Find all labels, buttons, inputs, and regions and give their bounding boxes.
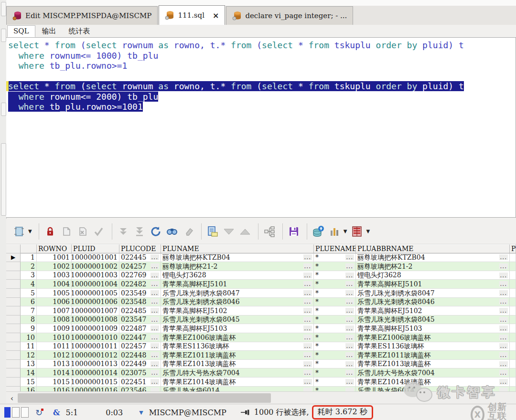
cell-pluename[interactable]: *... — [314, 342, 356, 351]
row-marker-cell[interactable] — [6, 262, 21, 271]
fetch-all-icon[interactable] — [132, 224, 147, 239]
cell-pluabbrname[interactable]: 乐雪儿珠光刺绣水袋8046... — [356, 298, 510, 307]
cell-pluename[interactable]: *... — [314, 298, 356, 307]
chart-dropdown-icon[interactable]: ▼ — [344, 229, 347, 234]
cell-ellipsis-button[interactable]: ... — [303, 361, 312, 367]
cell-rowno[interactable]: 1010 — [37, 333, 72, 342]
cell-pluabbrname[interactable]: 丽尊玻璃把杯21-2... — [356, 262, 510, 271]
cell-ellipsis-button[interactable]: ... — [303, 317, 312, 323]
cell-pluid[interactable]: 10000001015 — [72, 378, 119, 387]
cell-plucode[interactable]: 022447... — [119, 333, 161, 342]
cell-ellipsis-button[interactable]: ... — [499, 290, 508, 296]
cell-rowno[interactable]: 1012 — [37, 351, 72, 360]
eraser-icon[interactable] — [181, 224, 195, 239]
cell-ellipsis-button[interactable]: ... — [499, 326, 508, 331]
cell-ellipsis-button[interactable]: ... — [345, 335, 354, 340]
cell-ellipsis-button[interactable]: ... — [345, 370, 354, 376]
sql-editor[interactable]: select * from (select rownum as rowno, t… — [6, 37, 516, 218]
cell-ellipsis-button[interactable]: ... — [499, 370, 508, 376]
cell-pluabbrname[interactable]: 青苹果EZ1006玻璃盖杯... — [356, 333, 510, 342]
cell-pluename[interactable]: *... — [314, 262, 356, 271]
horizontal-scrollbar[interactable]: ‹ — [6, 391, 516, 404]
cell-rowno[interactable]: 1002 — [37, 262, 72, 271]
cell-pluid[interactable]: 10000001010 — [72, 333, 119, 342]
cell-plucode[interactable]: 022448... — [119, 351, 161, 360]
tab-edit-table[interactable]: Edit MISCMP.PMISPDA@MISCMP — [6, 6, 158, 25]
data-grid-dropdown-icon[interactable]: ▼ — [366, 229, 370, 234]
cell-plucode[interactable]: 022487... — [119, 324, 161, 333]
connection-dropdown-icon[interactable]: ▼ — [139, 410, 143, 416]
move-down-icon[interactable] — [222, 224, 236, 239]
cell-pluabbrname[interactable]: 青苹果EZ1014玻璃盖杯... — [356, 378, 510, 387]
close-icon[interactable]: × — [213, 11, 219, 20]
cell-rowno[interactable]: 1015 — [37, 378, 72, 387]
column-header-pluid[interactable]: PLUID — [72, 244, 119, 253]
cell-pluid[interactable]: 10000001001 — [72, 253, 119, 262]
column-header-rowno[interactable]: ROWNO — [37, 244, 72, 253]
table-row[interactable]: 8100810000001008023547...乐雪儿珠光刺绣水袋8045..… — [6, 315, 516, 325]
cell-ellipsis-button[interactable]: ... — [345, 361, 354, 367]
cell-pluid[interactable]: 10000001006 — [72, 298, 119, 307]
cell-pluname[interactable]: 青苹果EZ1013玻璃盖杯... — [161, 360, 314, 369]
cell-pluid[interactable]: 10000001009 — [72, 324, 119, 333]
cell-pluename[interactable]: *... — [314, 289, 356, 298]
cell-pluid[interactable]: 10000001008 — [72, 315, 119, 325]
cell-plucode[interactable]: 023549... — [119, 289, 161, 298]
tab-111-sql[interactable]: 111.sql × — [159, 5, 225, 25]
fetch-next-icon[interactable] — [116, 224, 130, 239]
cell-ellipsis-button[interactable]: ... — [303, 299, 312, 304]
cell-ellipsis-button[interactable]: ... — [345, 326, 354, 331]
cell-pluname[interactable]: 丽尊玻璃把杯21-2... — [161, 262, 314, 271]
cell-pluename[interactable]: *... — [314, 387, 356, 392]
lock-icon[interactable] — [43, 224, 57, 239]
cell-ellipsis-button[interactable]: ... — [150, 254, 159, 260]
cell-ellipsis-button[interactable]: ... — [150, 308, 159, 314]
cell-ellipsis-button[interactable]: ... — [345, 352, 354, 358]
table-row[interactable]: 5100510000001005023549...乐雪儿珠光刺绣水袋8047..… — [6, 289, 516, 298]
cell-ellipsis-button[interactable]: ... — [303, 290, 312, 296]
cell-ellipsis-button[interactable]: ... — [345, 379, 354, 385]
cell-rowno[interactable]: 1016 — [37, 387, 72, 392]
cell-ellipsis-button[interactable]: ... — [303, 370, 312, 376]
subtab-output[interactable]: 输出 — [36, 26, 62, 37]
cell-ellipsis-button[interactable]: ... — [499, 308, 508, 314]
grid-mode-icon[interactable] — [12, 224, 26, 239]
cell-ellipsis-button[interactable]: ... — [499, 361, 508, 367]
cell-pluabbrname[interactable]: 青苹果EZ1011玻璃盖杯... — [356, 351, 510, 360]
cell-pluid[interactable]: 10000001004 — [72, 280, 119, 289]
row-marker-cell[interactable] — [6, 306, 21, 315]
cell-ellipsis-button[interactable]: ... — [150, 299, 159, 304]
cell-ellipsis-button[interactable]: ... — [303, 273, 312, 278]
cell-pluename[interactable]: *... — [314, 360, 356, 369]
cell-ellipsis-button[interactable]: ... — [499, 254, 508, 260]
cell-pluabbrname[interactable]: 青苹果高脚杯EJ5103... — [356, 324, 510, 333]
table-row[interactable]: 11101110000001011022457...青苹果ES1136玻璃杯..… — [6, 342, 516, 351]
grid-mode-dropdown-icon[interactable]: ▼ — [28, 229, 32, 234]
tab-declare-script[interactable]: declare vi_page integer; - ... — [226, 6, 353, 25]
cell-ellipsis-button[interactable]: ... — [303, 263, 312, 269]
copy-page-icon[interactable] — [59, 224, 74, 239]
cell-pluid[interactable]: 10000001005 — [72, 289, 119, 298]
cell-ellipsis-button[interactable]: ... — [303, 352, 312, 358]
column-header-pluabbrname[interactable]: PLUABBRNAME — [356, 244, 510, 253]
cell-pluabbrname[interactable]: 丽尊玻璃把杯KTZB04... — [356, 253, 510, 262]
table-row[interactable]: 2100210000001002024257...丽尊玻璃把杯21-2...*.… — [6, 262, 516, 271]
cell-pluabbrname[interactable]: 青苹果高脚杯EJ5101... — [356, 280, 510, 289]
save-icon[interactable] — [287, 224, 301, 239]
cell-plucode[interactable]: 022457... — [119, 342, 161, 351]
cell-pluabbrname[interactable]: 乐雪儿珠光刺绣水袋8045... — [356, 315, 510, 325]
cell-pluename[interactable]: *... — [314, 271, 356, 280]
cell-ellipsis-button[interactable]: ... — [150, 281, 159, 287]
cell-plucode[interactable]: 022482... — [119, 280, 161, 289]
column-header-plucode[interactable]: PLUCODE — [119, 244, 161, 253]
cell-pluename[interactable]: *... — [314, 315, 356, 325]
cell-ellipsis-button[interactable]: ... — [150, 343, 159, 349]
cell-plucode[interactable]: 022451... — [119, 378, 161, 387]
cell-rowno[interactable]: 1006 — [37, 298, 72, 307]
subtab-sql[interactable]: SQL — [7, 25, 35, 37]
cell-ellipsis-button[interactable]: ... — [303, 281, 312, 287]
table-row[interactable]: 12101210000001012022448...青苹果EZ1011玻璃盖杯.… — [6, 351, 516, 360]
cell-pluname[interactable]: 青苹果EZ1011玻璃盖杯... — [161, 351, 314, 360]
cell-ellipsis-button[interactable]: ... — [150, 388, 159, 391]
cell-ellipsis-button[interactable]: ... — [150, 263, 159, 269]
